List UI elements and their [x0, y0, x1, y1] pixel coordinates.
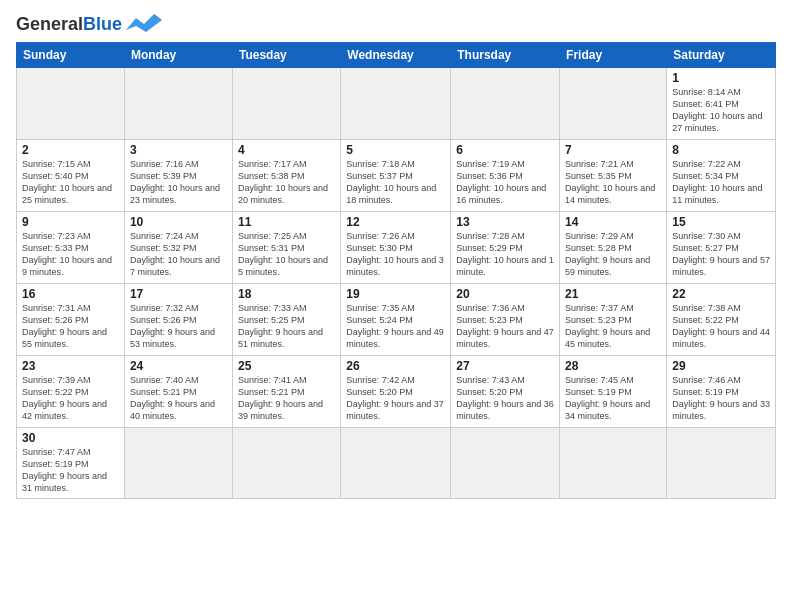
day-info: Sunrise: 7:31 AM Sunset: 5:26 PM Dayligh…	[22, 302, 119, 351]
day-number: 30	[22, 431, 119, 445]
calendar-cell: 18Sunrise: 7:33 AM Sunset: 5:25 PM Dayli…	[232, 284, 340, 356]
header-area: GeneralBlue	[16, 10, 776, 34]
day-number: 10	[130, 215, 227, 229]
calendar-cell	[451, 428, 560, 499]
day-number: 23	[22, 359, 119, 373]
calendar-cell: 9Sunrise: 7:23 AM Sunset: 5:33 PM Daylig…	[17, 212, 125, 284]
calendar-cell: 13Sunrise: 7:28 AM Sunset: 5:29 PM Dayli…	[451, 212, 560, 284]
calendar-cell: 12Sunrise: 7:26 AM Sunset: 5:30 PM Dayli…	[341, 212, 451, 284]
day-info: Sunrise: 7:40 AM Sunset: 5:21 PM Dayligh…	[130, 374, 227, 423]
day-number: 5	[346, 143, 445, 157]
calendar-cell: 10Sunrise: 7:24 AM Sunset: 5:32 PM Dayli…	[124, 212, 232, 284]
day-number: 9	[22, 215, 119, 229]
calendar-cell: 19Sunrise: 7:35 AM Sunset: 5:24 PM Dayli…	[341, 284, 451, 356]
day-info: Sunrise: 7:19 AM Sunset: 5:36 PM Dayligh…	[456, 158, 554, 207]
calendar-cell	[341, 68, 451, 140]
calendar-cell: 26Sunrise: 7:42 AM Sunset: 5:20 PM Dayli…	[341, 356, 451, 428]
day-number: 19	[346, 287, 445, 301]
calendar-cell: 15Sunrise: 7:30 AM Sunset: 5:27 PM Dayli…	[667, 212, 776, 284]
calendar-cell	[17, 68, 125, 140]
week-row-6: 30Sunrise: 7:47 AM Sunset: 5:19 PM Dayli…	[17, 428, 776, 499]
page: GeneralBlue SundayMondayTuesdayWednesday…	[0, 0, 792, 612]
calendar-cell	[124, 68, 232, 140]
calendar-cell: 17Sunrise: 7:32 AM Sunset: 5:26 PM Dayli…	[124, 284, 232, 356]
calendar-cell: 20Sunrise: 7:36 AM Sunset: 5:23 PM Dayli…	[451, 284, 560, 356]
day-number: 14	[565, 215, 661, 229]
day-number: 29	[672, 359, 770, 373]
calendar-cell	[560, 68, 667, 140]
calendar-cell	[124, 428, 232, 499]
day-info: Sunrise: 7:17 AM Sunset: 5:38 PM Dayligh…	[238, 158, 335, 207]
calendar-cell: 27Sunrise: 7:43 AM Sunset: 5:20 PM Dayli…	[451, 356, 560, 428]
day-number: 7	[565, 143, 661, 157]
week-row-5: 23Sunrise: 7:39 AM Sunset: 5:22 PM Dayli…	[17, 356, 776, 428]
day-number: 3	[130, 143, 227, 157]
calendar-cell: 22Sunrise: 7:38 AM Sunset: 5:22 PM Dayli…	[667, 284, 776, 356]
calendar-cell: 30Sunrise: 7:47 AM Sunset: 5:19 PM Dayli…	[17, 428, 125, 499]
calendar-cell: 14Sunrise: 7:29 AM Sunset: 5:28 PM Dayli…	[560, 212, 667, 284]
calendar-cell: 2Sunrise: 7:15 AM Sunset: 5:40 PM Daylig…	[17, 140, 125, 212]
day-number: 1	[672, 71, 770, 85]
week-row-2: 2Sunrise: 7:15 AM Sunset: 5:40 PM Daylig…	[17, 140, 776, 212]
logo-general: General	[16, 14, 83, 34]
day-info: Sunrise: 7:47 AM Sunset: 5:19 PM Dayligh…	[22, 446, 119, 495]
day-info: Sunrise: 7:32 AM Sunset: 5:26 PM Dayligh…	[130, 302, 227, 351]
calendar-cell	[451, 68, 560, 140]
logo-bird-icon	[126, 12, 162, 34]
calendar-cell: 21Sunrise: 7:37 AM Sunset: 5:23 PM Dayli…	[560, 284, 667, 356]
day-info: Sunrise: 7:25 AM Sunset: 5:31 PM Dayligh…	[238, 230, 335, 279]
weekday-header-thursday: Thursday	[451, 43, 560, 68]
day-number: 13	[456, 215, 554, 229]
day-number: 27	[456, 359, 554, 373]
calendar-cell: 8Sunrise: 7:22 AM Sunset: 5:34 PM Daylig…	[667, 140, 776, 212]
day-number: 12	[346, 215, 445, 229]
day-number: 25	[238, 359, 335, 373]
calendar-cell: 24Sunrise: 7:40 AM Sunset: 5:21 PM Dayli…	[124, 356, 232, 428]
day-info: Sunrise: 7:35 AM Sunset: 5:24 PM Dayligh…	[346, 302, 445, 351]
day-info: Sunrise: 7:43 AM Sunset: 5:20 PM Dayligh…	[456, 374, 554, 423]
day-info: Sunrise: 7:37 AM Sunset: 5:23 PM Dayligh…	[565, 302, 661, 351]
day-number: 28	[565, 359, 661, 373]
weekday-header-wednesday: Wednesday	[341, 43, 451, 68]
day-number: 26	[346, 359, 445, 373]
calendar-cell	[667, 428, 776, 499]
day-number: 4	[238, 143, 335, 157]
day-info: Sunrise: 7:18 AM Sunset: 5:37 PM Dayligh…	[346, 158, 445, 207]
day-number: 21	[565, 287, 661, 301]
day-info: Sunrise: 7:24 AM Sunset: 5:32 PM Dayligh…	[130, 230, 227, 279]
weekday-header-sunday: Sunday	[17, 43, 125, 68]
day-info: Sunrise: 7:15 AM Sunset: 5:40 PM Dayligh…	[22, 158, 119, 207]
calendar-cell: 11Sunrise: 7:25 AM Sunset: 5:31 PM Dayli…	[232, 212, 340, 284]
day-info: Sunrise: 7:36 AM Sunset: 5:23 PM Dayligh…	[456, 302, 554, 351]
calendar-cell: 6Sunrise: 7:19 AM Sunset: 5:36 PM Daylig…	[451, 140, 560, 212]
day-number: 22	[672, 287, 770, 301]
day-info: Sunrise: 7:29 AM Sunset: 5:28 PM Dayligh…	[565, 230, 661, 279]
weekday-header-tuesday: Tuesday	[232, 43, 340, 68]
week-row-1: 1Sunrise: 8:14 AM Sunset: 6:41 PM Daylig…	[17, 68, 776, 140]
week-row-4: 16Sunrise: 7:31 AM Sunset: 5:26 PM Dayli…	[17, 284, 776, 356]
day-info: Sunrise: 7:46 AM Sunset: 5:19 PM Dayligh…	[672, 374, 770, 423]
weekday-header-friday: Friday	[560, 43, 667, 68]
calendar-cell	[560, 428, 667, 499]
calendar-cell: 23Sunrise: 7:39 AM Sunset: 5:22 PM Dayli…	[17, 356, 125, 428]
day-info: Sunrise: 7:39 AM Sunset: 5:22 PM Dayligh…	[22, 374, 119, 423]
logo-blue: Blue	[83, 14, 122, 34]
weekday-header-saturday: Saturday	[667, 43, 776, 68]
logo: GeneralBlue	[16, 14, 162, 34]
day-info: Sunrise: 7:42 AM Sunset: 5:20 PM Dayligh…	[346, 374, 445, 423]
day-info: Sunrise: 7:21 AM Sunset: 5:35 PM Dayligh…	[565, 158, 661, 207]
day-info: Sunrise: 7:45 AM Sunset: 5:19 PM Dayligh…	[565, 374, 661, 423]
day-number: 16	[22, 287, 119, 301]
weekday-header-monday: Monday	[124, 43, 232, 68]
day-info: Sunrise: 7:23 AM Sunset: 5:33 PM Dayligh…	[22, 230, 119, 279]
week-row-3: 9Sunrise: 7:23 AM Sunset: 5:33 PM Daylig…	[17, 212, 776, 284]
day-number: 2	[22, 143, 119, 157]
day-number: 20	[456, 287, 554, 301]
day-number: 15	[672, 215, 770, 229]
day-info: Sunrise: 7:41 AM Sunset: 5:21 PM Dayligh…	[238, 374, 335, 423]
day-info: Sunrise: 8:14 AM Sunset: 6:41 PM Dayligh…	[672, 86, 770, 135]
calendar-cell: 4Sunrise: 7:17 AM Sunset: 5:38 PM Daylig…	[232, 140, 340, 212]
day-number: 8	[672, 143, 770, 157]
calendar-cell: 16Sunrise: 7:31 AM Sunset: 5:26 PM Dayli…	[17, 284, 125, 356]
day-info: Sunrise: 7:16 AM Sunset: 5:39 PM Dayligh…	[130, 158, 227, 207]
